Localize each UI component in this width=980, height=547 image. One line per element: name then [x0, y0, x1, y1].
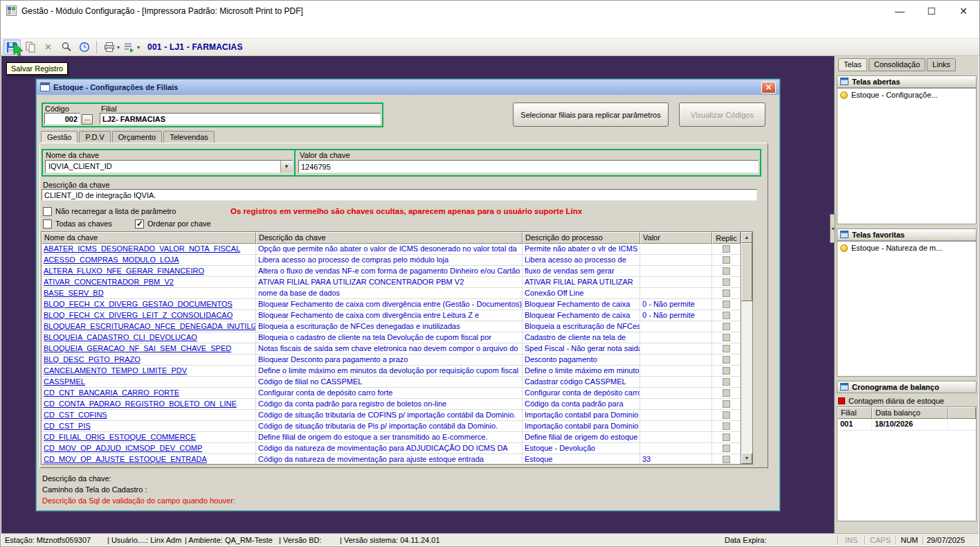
replic-checkbox[interactable]: [723, 400, 730, 408]
table-scrollbar[interactable]: ▲ ▼: [741, 232, 752, 464]
table-row[interactable]: ALTERA_FLUXO_NFE_GERAR_FINANCEIRO Altera…: [42, 266, 741, 277]
menu-item[interactable]: [41, 28, 53, 32]
cell-key-name[interactable]: CD_CST_PIS: [42, 421, 256, 432]
cell-key-description[interactable]: Opção que permite não abater o valor de …: [256, 244, 523, 255]
chevron-down-icon[interactable]: ▼: [280, 161, 292, 172]
table-row[interactable]: CD_MOV_OP_ADJUD_ICMSOP_DEV_COMP Código d…: [42, 443, 741, 454]
cell-process-description[interactable]: Bloquear Fechamento de caixa: [523, 299, 640, 310]
cell-value[interactable]: [640, 277, 712, 288]
export-dropdown[interactable]: ▾: [137, 44, 140, 51]
cell-key-name[interactable]: CD_CNT_BANCARIA_CARRO_FORTE: [42, 388, 256, 399]
codigo-field[interactable]: [44, 113, 80, 125]
tab-orcamento[interactable]: Orçamento: [112, 131, 162, 143]
cell-key-description[interactable]: Código da natureza de movimentação para …: [256, 454, 523, 464]
search-button[interactable]: [57, 39, 75, 55]
replic-checkbox[interactable]: [723, 445, 730, 452]
balance-col-data[interactable]: Data balanço: [872, 407, 948, 419]
cell-key-name[interactable]: BLOQ_FECH_CX_DIVERG_GESTAO_DOCUMENTOS: [42, 299, 256, 310]
menu-item[interactable]: [3, 28, 16, 32]
key-value-field[interactable]: [298, 160, 759, 173]
cell-key-description[interactable]: Código de situação tributaria de Pis p/ …: [256, 421, 523, 432]
cell-key-name[interactable]: ATIVAR_CONCENTRADOR_PBM_V2: [42, 277, 256, 288]
cell-process-description[interactable]: Bloquear Fechamento de caixa: [523, 310, 640, 321]
cell-value[interactable]: [640, 255, 712, 266]
key-desc-field[interactable]: [42, 189, 757, 201]
cell-value[interactable]: [640, 432, 712, 443]
cell-key-description[interactable]: Bloquear Desconto para pagamento a prazo: [256, 355, 523, 366]
open-windows-header[interactable]: Telas abertas: [837, 75, 977, 88]
cell-value[interactable]: [640, 355, 712, 366]
cell-key-name[interactable]: BLOQUEIA_CADASTRO_CLI_DEVOLUCAO: [42, 332, 256, 343]
key-name-combobox[interactable]: IQVIA_CLIENT_ID ▼: [45, 160, 293, 173]
table-row[interactable]: BLQ_DESC_PGTO_PRAZO Bloquear Desconto pa…: [42, 355, 741, 366]
cell-value[interactable]: [640, 366, 712, 377]
cell-value[interactable]: [640, 266, 712, 277]
table-row[interactable]: ABATER_ICMS_DESONERADO_VALOR_NOTA_FISCAL…: [42, 244, 741, 255]
cell-key-description[interactable]: Bloquear Fechamento de caixa com divergê…: [256, 299, 523, 310]
cell-key-name[interactable]: ALTERA_FLUXO_NFE_GERAR_FINANCEIRO: [42, 266, 256, 277]
column-header-replic[interactable]: Replic: [712, 232, 741, 244]
replic-checkbox[interactable]: [723, 323, 730, 330]
balance-col-filial[interactable]: Filial: [837, 407, 872, 419]
cell-value[interactable]: [640, 332, 712, 343]
cell-key-name[interactable]: CD_FILIAL_ORIG_ESTOQUE_COMMERCE: [42, 432, 256, 443]
order-by-key-checkbox[interactable]: [135, 219, 144, 228]
table-row[interactable]: CD_MOV_OP_AJUSTE_ESTOQUE_ENTRADA Código …: [42, 454, 741, 464]
tab-pdv[interactable]: P.D.V: [79, 131, 110, 143]
cell-value[interactable]: [640, 421, 712, 432]
cell-key-description[interactable]: ATIVAR FILIAL PARA UTILIZAR CONCENTRADOR…: [256, 277, 523, 288]
export-button[interactable]: [120, 39, 138, 55]
tab-televendas[interactable]: Televendas: [163, 131, 215, 143]
cell-process-description[interactable]: Sped Fiscal - Não gerar nota saida: [523, 343, 640, 355]
cell-value[interactable]: [640, 288, 712, 299]
cell-key-name[interactable]: BLOQUEAR_ESCRITURACAO_NFCE_DENEGADA_INUT…: [42, 321, 256, 332]
table-row[interactable]: CANCELAMENTO_TEMPO_LIMITE_PDV Define o l…: [42, 366, 741, 377]
menu-item[interactable]: [28, 28, 41, 32]
table-row[interactable]: BLOQUEIA_CADASTRO_CLI_DEVOLUCAO Bloqueia…: [42, 332, 741, 343]
cell-key-name[interactable]: BASE_SERV_BD: [42, 288, 256, 299]
cell-key-name[interactable]: BLOQ_FECH_CX_DIVERG_LEIT_Z_CONSOLIDACAO: [42, 310, 256, 321]
filial-field[interactable]: [100, 113, 381, 125]
table-row[interactable]: CD_CST_COFINS Código de situação tributa…: [42, 410, 741, 421]
column-header-descricao[interactable]: Descrição da chave: [256, 232, 523, 244]
tab-telas[interactable]: Telas: [838, 58, 867, 71]
scrollbar-thumb[interactable]: [741, 243, 752, 301]
cell-process-description[interactable]: Conexão Off Line: [523, 288, 640, 299]
sidebar-collapse-handle[interactable]: ◄: [830, 214, 835, 243]
cell-key-description[interactable]: Define filial de origem do estoque a ser…: [256, 432, 523, 443]
cell-process-description[interactable]: Define filial de origem do estoque a: [523, 432, 640, 443]
dialog-title-bar[interactable]: Estoque - Configurações de Filiais ✕: [37, 80, 779, 95]
cell-key-description[interactable]: Código da conta padrão para registro de …: [256, 399, 523, 410]
favorite-item[interactable]: Estoque - Natureza de m...: [837, 242, 976, 254]
table-row[interactable]: ACESSO_COMPRAS_MODULO_LOJA Libera acesso…: [42, 255, 741, 266]
table-row[interactable]: BLOQUEAR_ESCRITURACAO_NFCE_DENEGADA_INUT…: [42, 321, 741, 332]
table-row[interactable]: CD_CST_PIS Código de situação tributaria…: [42, 421, 741, 432]
replic-checkbox[interactable]: [723, 367, 730, 375]
checkbox-all-keys[interactable]: Todas as chaves: [43, 219, 112, 228]
cell-key-description[interactable]: Libera acesso ao processo de compras pel…: [256, 255, 523, 266]
replic-checkbox[interactable]: [723, 289, 730, 297]
menu-item[interactable]: [16, 28, 28, 32]
cell-key-description[interactable]: Notas fiscais de saída sem chave eletron…: [256, 343, 523, 355]
table-row[interactable]: ATIVAR_CONCENTRADOR_PBM_V2 ATIVAR FILIAL…: [42, 277, 741, 288]
replic-checkbox[interactable]: [723, 345, 730, 352]
table-row[interactable]: CASSPMEL Código de filial no CASSPMEL Ca…: [42, 377, 741, 388]
cell-process-description[interactable]: Desconto pagamento: [523, 355, 640, 366]
open-window-item[interactable]: Estoque - Configuraçõe...: [837, 89, 976, 101]
cell-process-description[interactable]: Importação contabil para Dominio: [523, 421, 640, 432]
column-header-valor[interactable]: Valor: [640, 232, 712, 244]
cell-key-name[interactable]: ABATER_ICMS_DESONERADO_VALOR_NOTA_FISCAL: [42, 244, 256, 255]
table-row[interactable]: BLOQ_FECH_CX_DIVERG_GESTAO_DOCUMENTOS Bl…: [42, 299, 741, 310]
column-header-processo[interactable]: Descrição do processo: [523, 232, 640, 244]
checkbox-order-by-key[interactable]: Ordenar por chave: [135, 219, 211, 228]
cell-key-description[interactable]: Bloqueia o cadastro de cliente na tela D…: [256, 332, 523, 343]
scroll-up-icon[interactable]: ▲: [741, 232, 752, 243]
cell-key-name[interactable]: CASSPMEL: [42, 377, 256, 388]
all-keys-checkbox[interactable]: [43, 219, 52, 228]
dialog-close-button[interactable]: ✕: [761, 82, 776, 93]
replic-checkbox[interactable]: [723, 422, 730, 430]
cell-key-description[interactable]: Configurar conta de depósito carro forte: [256, 388, 523, 399]
cell-value[interactable]: [640, 443, 712, 454]
print-button[interactable]: [100, 39, 118, 55]
cell-value[interactable]: 33: [640, 454, 712, 464]
